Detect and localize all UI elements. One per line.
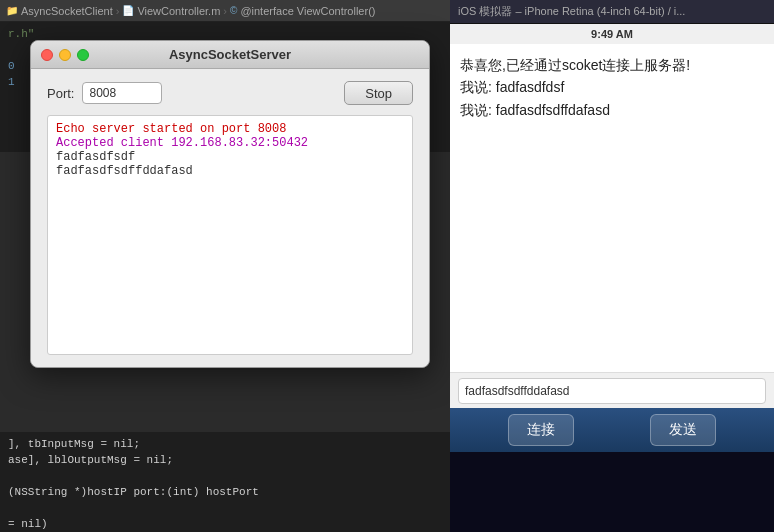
bottom-code-5 xyxy=(8,500,442,516)
left-panel: 📁 AsyncSocketClient › 📄 ViewController.m… xyxy=(0,0,450,532)
iphone-input-bar xyxy=(450,372,774,408)
breadcrumb-item-3: © @interface ViewController() xyxy=(230,5,375,17)
simulator-titlebar: iOS 模拟器 – iPhone Retina (4-inch 64-bit) … xyxy=(450,0,774,24)
log-area: Echo server started on port 8008 Accepte… xyxy=(47,115,413,355)
iphone-bottom-bar: 连接 发送 xyxy=(450,408,774,452)
send-button[interactable]: 发送 xyxy=(650,414,716,446)
right-panel: iOS 模拟器 – iPhone Retina (4-inch 64-bit) … xyxy=(450,0,774,532)
iphone-text-3: 我说: fadfasdfsdffdafasd xyxy=(460,99,764,121)
breadcrumb-sep-1: › xyxy=(116,5,120,17)
iphone-screen: 9:49 AM 恭喜您,已经通过scoket连接上服务器! 我说: fadfas… xyxy=(450,24,774,452)
port-row: Port: Stop xyxy=(47,81,413,105)
port-label: Port: xyxy=(47,86,74,101)
iphone-message-input[interactable] xyxy=(458,378,766,404)
minimize-button[interactable] xyxy=(59,49,71,61)
async-socket-server-window: AsyncSocketServer Port: Stop Echo server… xyxy=(30,40,430,368)
log-line-4: fadfasdfsdffddafasd xyxy=(56,164,404,178)
window-title: AsyncSocketServer xyxy=(169,47,291,62)
status-bar-time: 9:49 AM xyxy=(591,28,633,40)
iphone-text-2: 我说: fadfasdfdsf xyxy=(460,76,764,98)
bottom-code-2: ase], lblOutputMsg = nil; xyxy=(8,452,442,468)
connect-button[interactable]: 连接 xyxy=(508,414,574,446)
file-icon-1: 📄 xyxy=(122,5,134,16)
iphone-status-bar: 9:49 AM xyxy=(450,24,774,44)
breadcrumb-item-2: 📄 ViewController.m xyxy=(122,5,220,17)
iphone-main-content: 恭喜您,已经通过scoket连接上服务器! 我说: fadfasdfdsf 我说… xyxy=(450,44,774,372)
bottom-code-6: = nil) xyxy=(8,516,442,532)
log-line-2: Accepted client 192.168.83.32:50432 xyxy=(56,136,404,150)
traffic-lights xyxy=(41,49,89,61)
bottom-code-4: (NSString *)hostIP port:(int) hostPort xyxy=(8,484,442,500)
log-line-1: Echo server started on port 8008 xyxy=(56,122,404,136)
maximize-button[interactable] xyxy=(77,49,89,61)
breadcrumb-sep-2: › xyxy=(223,5,227,17)
log-line-3: fadfasdfsdf xyxy=(56,150,404,164)
folder-icon: 📁 xyxy=(6,5,18,16)
window-content: Port: Stop Echo server started on port 8… xyxy=(31,69,429,367)
breadcrumb-item-1: 📁 AsyncSocketClient xyxy=(6,5,113,17)
close-button[interactable] xyxy=(41,49,53,61)
bottom-code-1: ], tbInputMsg = nil; xyxy=(8,436,442,452)
iphone-text-1: 恭喜您,已经通过scoket连接上服务器! xyxy=(460,54,764,76)
simulator-title: iOS 模拟器 – iPhone Retina (4-inch 64-bit) … xyxy=(458,4,685,19)
bottom-code-3 xyxy=(8,468,442,484)
stop-button[interactable]: Stop xyxy=(344,81,413,105)
breadcrumb-label-3: @interface ViewController() xyxy=(240,5,375,17)
code-area-bottom: ], tbInputMsg = nil; ase], lblOutputMsg … xyxy=(0,432,450,532)
breadcrumb-label-1: AsyncSocketClient xyxy=(21,5,113,17)
file-icon-2: © xyxy=(230,5,237,16)
simulator-screen: 9:49 AM 恭喜您,已经通过scoket连接上服务器! 我说: fadfas… xyxy=(450,24,774,532)
port-input[interactable] xyxy=(82,82,162,104)
breadcrumb-label-2: ViewController.m xyxy=(137,5,220,17)
simulator-background xyxy=(450,452,774,532)
window-titlebar: AsyncSocketServer xyxy=(31,41,429,69)
breadcrumb: 📁 AsyncSocketClient › 📄 ViewController.m… xyxy=(0,0,450,22)
